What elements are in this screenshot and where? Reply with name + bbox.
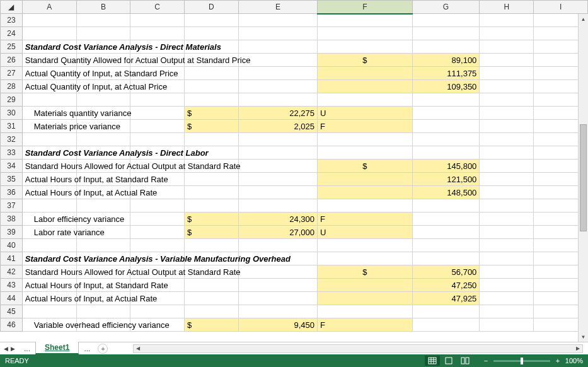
col-header-I[interactable]: I	[534, 1, 588, 14]
row-header-25[interactable]: 25	[1, 40, 23, 54]
cell-G36[interactable]: 148,500	[412, 186, 480, 199]
row-header-29[interactable]: 29	[1, 93, 23, 107]
row-header-34[interactable]: 34	[1, 160, 23, 173]
col-header-D[interactable]: D	[185, 1, 239, 14]
col-header-H[interactable]: H	[480, 1, 534, 14]
row-header-44[interactable]: 44	[1, 292, 23, 305]
cell-D31[interactable]: $	[185, 120, 239, 133]
cell-F26[interactable]: $	[318, 54, 413, 67]
row-header-41[interactable]: 41	[1, 252, 23, 265]
cell-A38[interactable]: Labor efficiency variance	[22, 213, 76, 226]
vertical-scrollbar[interactable]: ▲ ▼	[578, 14, 588, 342]
cell-A35[interactable]: Actual Hours of Input, at Standard Rate	[22, 173, 76, 186]
cell-G44[interactable]: 47,925	[412, 292, 480, 305]
col-header-E[interactable]: E	[238, 1, 317, 14]
cell-F30[interactable]: U	[318, 107, 413, 120]
row-header-30[interactable]: 30	[1, 107, 23, 120]
row-header-43[interactable]: 43	[1, 279, 23, 292]
cell-D38[interactable]: $	[185, 213, 239, 226]
cell-A41[interactable]: Standard Cost Variance Analysis - Variab…	[22, 252, 76, 265]
col-header-C[interactable]: C	[130, 1, 185, 14]
horizontal-scrollbar[interactable]: ◀ ▶	[133, 344, 583, 353]
row-header-38[interactable]: 38	[1, 213, 23, 226]
cell-G42[interactable]: 56,700	[412, 265, 480, 279]
cell-A39[interactable]: Labor rate variance	[22, 226, 76, 239]
row-header-35[interactable]: 35	[1, 173, 23, 186]
zoom-in-button[interactable]: +	[554, 357, 562, 364]
cell-A43[interactable]: Actual Hours of Input, at Standard Rate	[22, 279, 76, 292]
cell-E39[interactable]: 27,000	[238, 226, 317, 239]
cell-A44[interactable]: Actual Hours of Input, at Actual Rate	[22, 292, 76, 305]
row-header-33[interactable]: 33	[1, 146, 23, 160]
row-header-40[interactable]: 40	[1, 239, 23, 252]
cell-A42[interactable]: Standard Hours Allowed for Actual Output…	[22, 265, 76, 279]
cell-A27[interactable]: Actual Quantity of Input, at Standard Pr…	[22, 67, 76, 80]
col-header-F[interactable]: F	[318, 1, 413, 14]
sheet-tab-active[interactable]: Sheet1	[35, 342, 79, 354]
cell-A26[interactable]: Standard Quantity Allowed for Actual Out…	[22, 54, 76, 67]
row-header-46[interactable]: 46	[1, 318, 23, 332]
zoom-level[interactable]: 100%	[565, 357, 583, 364]
cell-F38[interactable]: F	[318, 213, 413, 226]
row-header-23[interactable]: 23	[1, 14, 23, 27]
sheet-nav-prev-icon[interactable]: ◀	[4, 346, 8, 352]
sheet-nav-next-icon[interactable]: ▶	[11, 346, 15, 352]
cell-G34[interactable]: 145,800	[412, 160, 480, 173]
zoom-slider[interactable]	[493, 360, 550, 362]
scroll-thumb[interactable]	[580, 124, 587, 231]
add-sheet-button[interactable]: +	[98, 344, 108, 354]
row-header-28[interactable]: 28	[1, 80, 23, 93]
cell-E30[interactable]: 22,275	[238, 107, 317, 120]
cell-A31[interactable]: Materials price variance	[22, 120, 76, 133]
col-header-B[interactable]: B	[76, 1, 130, 14]
row-header-27[interactable]: 27	[1, 67, 23, 80]
scroll-up-arrow-icon[interactable]: ▲	[579, 14, 588, 24]
row-header-37[interactable]: 37	[1, 199, 23, 213]
row-header-24[interactable]: 24	[1, 27, 23, 40]
cell-A34[interactable]: Standard Hours Allowed for Actual Output…	[22, 160, 76, 173]
col-header-A[interactable]: A	[22, 1, 76, 14]
row-header-45[interactable]: 45	[1, 305, 23, 318]
col-header-G[interactable]: G	[412, 1, 480, 14]
sheet-nav-more2-icon[interactable]: ...	[79, 344, 95, 353]
cell-G43[interactable]: 47,250	[412, 279, 480, 292]
sheet-nav-more-icon[interactable]: ...	[19, 344, 35, 353]
cell-F31[interactable]: F	[318, 120, 413, 133]
row-header-36[interactable]: 36	[1, 186, 23, 199]
cell-F44[interactable]	[318, 292, 413, 305]
cell-G26[interactable]: 89,100	[412, 54, 480, 67]
row-header-42[interactable]: 42	[1, 265, 23, 279]
cell-F35[interactable]	[318, 173, 413, 186]
cell-A46[interactable]: Variable overhead efficiency variance	[22, 318, 76, 332]
spreadsheet-grid[interactable]: ◢ A B C D E F G H I 23 24 25 Standard Co…	[0, 0, 588, 342]
cell-A33[interactable]: Standard Cost Variance Analysis - Direct…	[22, 146, 76, 160]
row-header-26[interactable]: 26	[1, 54, 23, 67]
cell-F39[interactable]: U	[318, 226, 413, 239]
row-header-32[interactable]: 32	[1, 133, 23, 146]
cell-A30[interactable]: Materials quantity variance	[22, 107, 76, 120]
cell-D46[interactable]: $	[185, 318, 239, 332]
select-all-corner[interactable]: ◢	[1, 1, 23, 14]
cell-G35[interactable]: 121,500	[412, 173, 480, 186]
cell-A28[interactable]: Actual Quantity of Input, at Actual Pric…	[22, 80, 76, 93]
cell-F27[interactable]	[318, 67, 413, 80]
cell-E38[interactable]: 24,300	[238, 213, 317, 226]
cell-E46[interactable]: 9,450	[238, 318, 317, 332]
cell-A36[interactable]: Actual Hours of Input, at Actual Rate	[22, 186, 76, 199]
cell-D39[interactable]: $	[185, 226, 239, 239]
view-page-layout-icon[interactable]	[441, 356, 456, 366]
cell-F46[interactable]: F	[318, 318, 413, 332]
hscroll-left-arrow-icon[interactable]: ◀	[134, 345, 142, 352]
row-header-39[interactable]: 39	[1, 226, 23, 239]
cell-G28[interactable]: 109,350	[412, 80, 480, 93]
cell-E31[interactable]: 2,025	[238, 120, 317, 133]
view-page-break-icon[interactable]	[458, 356, 473, 366]
zoom-out-button[interactable]: −	[482, 357, 490, 364]
cell-F28[interactable]	[318, 80, 413, 93]
cell-F34[interactable]: $	[318, 160, 413, 173]
scroll-down-arrow-icon[interactable]: ▼	[579, 332, 588, 342]
view-normal-icon[interactable]	[425, 356, 440, 366]
row-header-31[interactable]: 31	[1, 120, 23, 133]
cell-G27[interactable]: 111,375	[412, 67, 480, 80]
cell-F43[interactable]	[318, 279, 413, 292]
